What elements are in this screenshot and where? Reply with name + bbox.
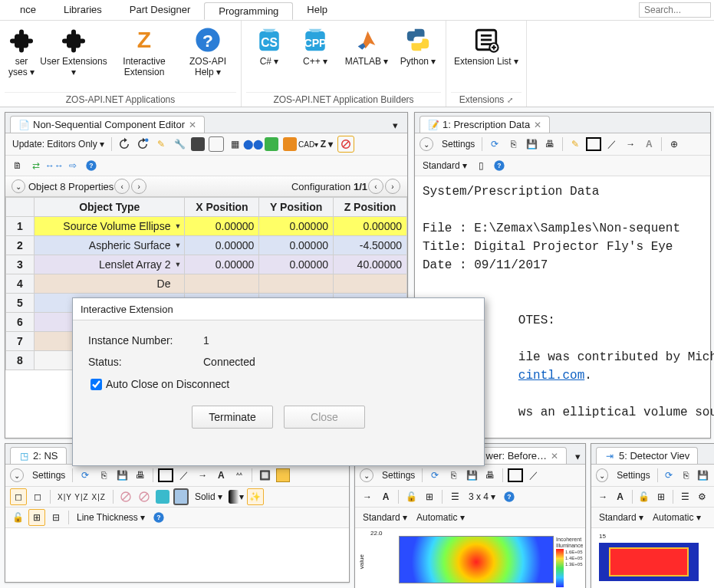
type-dropdown-icon[interactable]: ▼ — [175, 222, 182, 230]
help-small-icon[interactable]: ? — [151, 510, 166, 525]
autoclose-checkbox[interactable]: Auto Close on Disconnect — [88, 377, 229, 392]
save-icon[interactable]: 💾 — [114, 468, 130, 483]
print-icon[interactable]: 🖶 — [133, 468, 148, 483]
table-row[interactable]: 2Aspheric Surface▼0.000000.00000-4.50000 — [6, 236, 407, 255]
refresh-icon[interactable]: ⟳ — [487, 136, 502, 152]
view-mode2[interactable]: ◻ — [30, 489, 45, 504]
settings-label[interactable]: Settings — [439, 139, 477, 149]
settings-toggle[interactable]: ⌄ — [596, 468, 608, 482]
line-icon[interactable]: ／ — [604, 136, 620, 152]
save-icon[interactable]: 💾 — [464, 468, 479, 483]
cube-orange-icon[interactable] — [282, 136, 298, 152]
gear-icon[interactable]: ⚙ — [696, 489, 709, 504]
line-icon[interactable]: ／ — [526, 468, 541, 483]
menu-item-help[interactable]: Help — [293, 2, 341, 19]
help-small-icon[interactable]: ? — [502, 489, 517, 504]
fit2-icon[interactable]: ⊟ — [48, 510, 64, 525]
automatic-dropdown[interactable]: Automatic ▾ — [413, 511, 468, 524]
help-small-icon[interactable]: ? — [84, 158, 99, 173]
crosshair-icon[interactable]: ⊕ — [666, 136, 682, 152]
settings-label[interactable]: Settings — [614, 470, 652, 481]
menu-item-libraries[interactable]: Libraries — [50, 2, 116, 19]
cube-solid-icon[interactable] — [190, 136, 206, 152]
copy-icon[interactable]: ⎘ — [505, 136, 521, 152]
type-dropdown-icon[interactable]: ▼ — [175, 241, 182, 249]
standard-dropdown[interactable]: Standard ▾ — [360, 511, 410, 524]
noghost-icon[interactable] — [118, 489, 133, 504]
standard-dropdown[interactable]: Standard ▾ — [420, 159, 470, 172]
prescription-tab[interactable]: 📝 1: Prescription Data ✕ — [420, 116, 550, 133]
table-header[interactable]: X Position — [185, 198, 259, 217]
copy-icon[interactable]: ⎘ — [96, 468, 111, 483]
rect-icon[interactable] — [508, 468, 523, 483]
lock-icon[interactable]: 🔓 — [403, 489, 419, 504]
rect-icon[interactable] — [586, 136, 601, 152]
table-header[interactable]: Y Position — [259, 198, 334, 217]
teal-cube-icon[interactable] — [155, 489, 170, 504]
solid-dropdown[interactable]: Solid ▾ — [192, 490, 225, 504]
nonseq-tab[interactable]: 📄 Non-Sequential Component Editor ✕ — [10, 116, 205, 133]
menu-item-programming[interactable]: Programming — [204, 2, 293, 20]
next-config-button[interactable]: › — [385, 179, 400, 194]
fit-icon[interactable]: ⊞ — [422, 489, 437, 504]
column-icon[interactable]: ▯ — [473, 158, 489, 173]
menu-item-nce[interactable]: nce — [6, 2, 50, 19]
arrow-icon[interactable]: → — [360, 489, 375, 504]
python-button[interactable]: Python ▾ — [395, 22, 441, 92]
refresh-icon[interactable]: ⟳ — [427, 468, 443, 483]
save-icon[interactable]: 💾 — [524, 136, 539, 152]
automatic-dropdown[interactable]: Automatic ▾ — [650, 511, 704, 524]
next-object-button[interactable]: › — [131, 179, 146, 194]
pane-menu-icon[interactable]: ▾ — [570, 448, 585, 464]
interactive-extension-button[interactable]: Z Interactive Extension — [109, 22, 179, 92]
table-row[interactable]: 3Lenslet Array 2▼0.000000.0000040.00000 — [6, 255, 407, 274]
prev-config-button[interactable]: ‹ — [368, 179, 383, 194]
edit-icon[interactable]: ✎ — [568, 136, 583, 152]
rect-icon[interactable] — [158, 468, 173, 483]
highlight-icon[interactable]: ✨ — [247, 488, 264, 505]
grid-dropdown[interactable]: 3 x 4 ▾ — [466, 490, 498, 504]
ns-tab[interactable]: ◳ 2: NS — [10, 447, 67, 464]
lock-icon[interactable]: 🔓 — [10, 510, 25, 525]
extension-list-button[interactable]: Extension List ▾ — [451, 22, 522, 92]
settings-toggle[interactable]: ⌄ — [420, 137, 433, 151]
standard-dropdown[interactable]: Standard ▾ — [596, 511, 647, 524]
table-header[interactable]: Object Type — [35, 198, 185, 217]
update-dropdown[interactable]: Update: Editors Only ▾ — [10, 139, 107, 149]
text-a-icon[interactable]: A — [641, 136, 656, 152]
text-a-icon[interactable]: A — [613, 489, 627, 504]
save-icon[interactable]: 💾 — [696, 468, 709, 483]
settings-toggle[interactable]: ⌄ — [360, 468, 373, 482]
user-extensions-button[interactable]: User Extensions ▾ — [38, 22, 109, 92]
cube-wire-icon[interactable] — [209, 136, 224, 152]
pane-menu-icon[interactable]: ▾ — [387, 117, 403, 133]
text-abc-icon[interactable]: ᴬᴬ — [232, 468, 247, 483]
line-icon[interactable]: ／ — [176, 468, 192, 483]
prev-object-button[interactable]: ‹ — [114, 179, 130, 194]
arrow-icon[interactable]: → — [623, 136, 638, 152]
fit-icon[interactable]: ⊞ — [28, 509, 45, 526]
refresh-icon[interactable] — [117, 136, 132, 152]
zoom-area-icon[interactable]: 🔲 — [257, 468, 272, 483]
orbit-icon[interactable] — [275, 468, 291, 483]
table-header[interactable] — [6, 198, 35, 217]
settings-toggle[interactable]: ⌄ — [10, 468, 24, 482]
noghost2-icon[interactable] — [137, 489, 152, 504]
fit-icon[interactable]: ⊞ — [654, 489, 668, 504]
refresh-icon[interactable]: ⟳ — [663, 468, 676, 483]
refresh-all-icon[interactable] — [135, 136, 150, 152]
linethickness-dropdown[interactable]: Line Thickness ▾ — [74, 511, 148, 524]
settings-label[interactable]: Settings — [380, 470, 417, 481]
cad-dropdown[interactable]: CAD▾ — [301, 136, 316, 152]
global-search[interactable] — [639, 2, 711, 18]
arrow-icon[interactable]: → — [195, 468, 210, 483]
close-icon[interactable]: ✕ — [534, 120, 541, 130]
no-entry-icon[interactable] — [337, 136, 354, 153]
edit-icon[interactable]: ✎ — [153, 136, 169, 152]
dialog-title[interactable]: Interactive Extension — [73, 298, 484, 320]
close-icon[interactable]: ✕ — [189, 120, 196, 130]
csharp-button[interactable]: CS C# ▾ — [246, 22, 292, 92]
axis-labels[interactable]: X|Y Y|Z X|Z — [55, 493, 108, 501]
contrib-link[interactable]: cintl.com — [518, 369, 584, 383]
terminate-button[interactable]: Terminate — [192, 406, 273, 429]
